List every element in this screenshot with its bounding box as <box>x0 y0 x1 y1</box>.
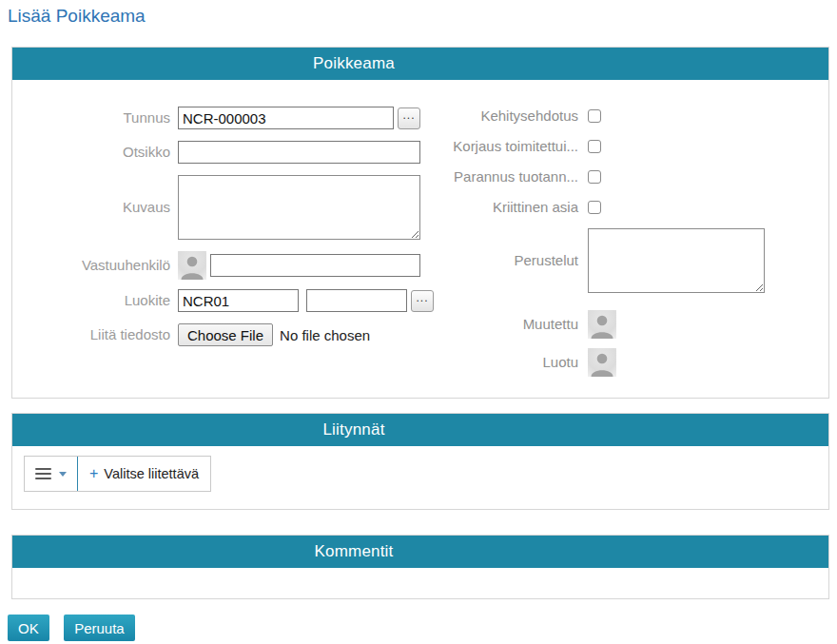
kommentit-panel: Kommentit <box>11 535 829 599</box>
person-icon <box>178 251 206 280</box>
perustelut-textarea[interactable] <box>588 228 765 293</box>
tunnus-row: Tunnus ... <box>12 107 420 129</box>
valitse-liitettava-button[interactable]: + Valitse liitettävä <box>78 457 210 491</box>
tunnus-input[interactable] <box>178 107 394 129</box>
parannus-tuotantoon-checkbox[interactable] <box>588 170 601 184</box>
luokite-row: Luokite ... <box>12 289 420 312</box>
vastuuhenkilo-label: Vastuuhenkilö <box>12 256 170 275</box>
liitynnat-panel-header: Liitynnät <box>12 414 828 446</box>
kommentit-panel-header: Kommentit <box>12 536 828 568</box>
tunnus-browse-button[interactable]: ... <box>398 107 420 129</box>
parannus-tuotantoon-row: Parannus tuotann... <box>420 167 828 186</box>
poikkeama-panel-header: Poikkeama <box>12 48 828 80</box>
liitynnat-panel: Liitynnät + Valitse liitettävä <box>11 413 829 510</box>
kommentit-body <box>12 568 828 598</box>
kriittinen-asia-row: Kriittinen asia <box>420 198 828 217</box>
korjaus-toimitettu-row: Korjaus toimitettui... <box>420 137 828 156</box>
luotu-label: Luotu <box>420 353 578 372</box>
kriittinen-asia-label: Kriittinen asia <box>420 198 578 217</box>
liita-tiedosto-row: Liitä tiedosto Choose File No file chose… <box>12 323 420 346</box>
kriittinen-asia-checkbox[interactable] <box>588 201 601 214</box>
parannus-tuotantoon-label: Parannus tuotann... <box>420 167 578 186</box>
poikkeama-form: Tunnus ... Otsikko Kuvaus Vastuuhenkilö <box>12 80 828 398</box>
kehitysehdotus-row: Kehitysehdotus <box>420 107 828 126</box>
korjaus-toimitettu-label: Korjaus toimitettui... <box>420 137 578 156</box>
cancel-button[interactable]: Peruuta <box>64 615 135 641</box>
hamburger-icon <box>35 468 51 479</box>
vastuuhenkilo-input[interactable] <box>210 254 420 277</box>
perustelut-label: Perustelut <box>420 251 578 270</box>
menu-dropdown-button[interactable] <box>25 457 77 491</box>
chevron-down-icon <box>59 472 67 477</box>
file-status-text: No file chosen <box>280 327 370 343</box>
plus-icon: + <box>89 465 98 482</box>
muutettu-label: Muutettu <box>420 315 578 334</box>
otsikko-label: Otsikko <box>12 143 170 162</box>
otsikko-input[interactable] <box>178 141 420 164</box>
kuvaus-textarea[interactable] <box>178 175 420 240</box>
luokite-label: Luokite <box>12 291 170 310</box>
choose-file-button[interactable]: Choose File <box>178 323 273 346</box>
otsikko-row: Otsikko <box>12 141 420 164</box>
valitse-liitettava-label: Valitse liitettävä <box>104 466 199 481</box>
action-bar: OK Peruuta <box>8 615 829 641</box>
vastuuhenkilo-row: Vastuuhenkilö <box>12 251 420 280</box>
kehitysehdotus-checkbox[interactable] <box>588 109 601 123</box>
page-title: Lisää Poikkeama <box>8 5 829 27</box>
liita-tiedosto-label: Liitä tiedosto <box>12 325 170 344</box>
luokite-code-input[interactable] <box>178 289 299 312</box>
person-icon <box>588 310 616 339</box>
korjaus-toimitettu-checkbox[interactable] <box>588 140 601 153</box>
poikkeama-panel: Poikkeama Tunnus ... Otsikko Kuvaus <box>11 47 829 399</box>
kehitysehdotus-label: Kehitysehdotus <box>420 107 578 126</box>
muutettu-row: Muutettu <box>420 310 828 339</box>
page: Lisää Poikkeama Poikkeama Tunnus ... Ots… <box>0 0 837 641</box>
luotu-row: Luotu <box>420 348 828 377</box>
liitynnat-body: + Valitse liitettävä <box>12 446 828 509</box>
kuvaus-label: Kuvaus <box>12 198 170 217</box>
form-left-column: Tunnus ... Otsikko Kuvaus Vastuuhenkilö <box>12 107 420 377</box>
tunnus-label: Tunnus <box>12 108 170 127</box>
kuvaus-row: Kuvaus <box>12 175 420 240</box>
perustelut-row: Perustelut <box>420 228 828 293</box>
luokite-name-input[interactable] <box>306 289 407 312</box>
ok-button[interactable]: OK <box>8 615 49 641</box>
form-right-column: Kehitysehdotus Korjaus toimitettui... Pa… <box>420 107 828 377</box>
liitynnat-toolbar: + Valitse liitettävä <box>24 456 211 492</box>
person-icon <box>588 348 616 377</box>
